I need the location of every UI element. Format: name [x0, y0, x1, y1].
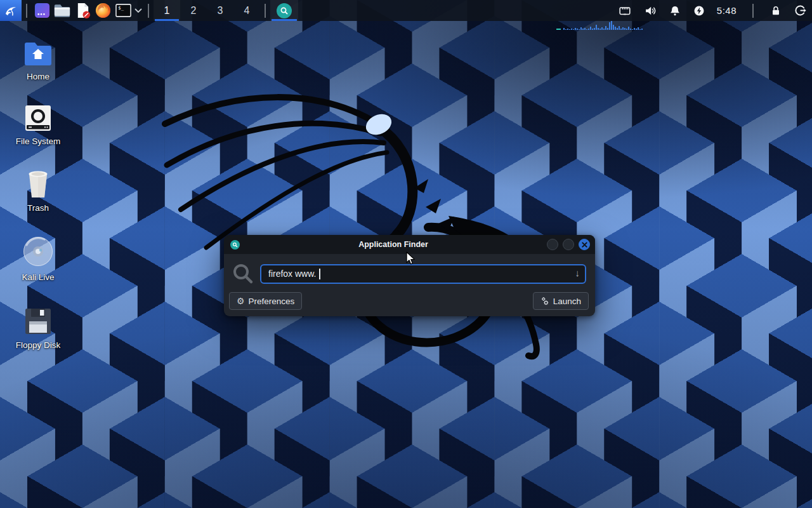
firefox-icon [95, 2, 112, 19]
desktop-icon-label: Kali Live [6, 272, 70, 282]
application-finder-task-icon [277, 3, 292, 18]
desktop-icon-label: File System [6, 137, 70, 146]
taskbar-application-finder-button[interactable] [270, 0, 298, 21]
desktop-icon-file-system[interactable]: File System [6, 99, 70, 146]
home-folder-icon [6, 34, 70, 67]
search-icon [232, 262, 254, 285]
top-panel: $_ 1 2 3 4 [0, 0, 812, 21]
launcher-firefox[interactable] [93, 0, 113, 21]
trash-bin-icon [6, 166, 70, 199]
clock[interactable]: 5:48 [717, 5, 737, 16]
close-button[interactable] [579, 239, 590, 250]
network-wired-icon[interactable] [618, 4, 632, 18]
launch-button[interactable]: Launch [533, 292, 589, 310]
kali-menu-button[interactable] [0, 0, 22, 21]
desktop-icon-label: Trash [6, 203, 70, 213]
system-tray: 5:48 [618, 4, 807, 18]
application-finder-window-icon [230, 240, 240, 250]
workspace-button-4[interactable]: 4 [233, 0, 260, 21]
kali-logo-icon [3, 3, 18, 18]
run-gears-icon [540, 297, 549, 305]
power-manager-icon[interactable] [693, 4, 705, 17]
optical-disc-icon [6, 235, 70, 268]
workspace-button-1[interactable]: 1 [154, 0, 180, 21]
desktop-icon-label: Floppy Disk [6, 340, 70, 350]
minimize-button[interactable] [547, 239, 558, 250]
window-title: Application Finder [240, 240, 547, 249]
gear-icon: ⚙ [237, 297, 245, 305]
launcher-file-manager[interactable] [52, 0, 72, 21]
application-finder-window: Application Finder ↓ ⚙ [224, 235, 595, 316]
desktop-icon-home[interactable]: Home [6, 34, 70, 81]
text-editor-icon [74, 2, 91, 19]
desktop-icon-floppy-disk[interactable]: Floppy Disk [6, 303, 70, 350]
mouse-cursor [404, 251, 417, 265]
terminal-dropdown-chevron-icon[interactable] [133, 0, 143, 21]
desktop-icon-trash[interactable]: Trash [6, 166, 70, 213]
workspace-button-3[interactable]: 3 [207, 0, 233, 21]
launcher-window-app[interactable] [32, 0, 52, 21]
desktop-icon-label: Home [6, 72, 70, 81]
close-icon [582, 242, 587, 248]
panel-separator [26, 4, 27, 18]
search-input[interactable] [260, 264, 586, 284]
launcher-terminal[interactable]: $_ [113, 0, 133, 21]
preferences-button[interactable]: ⚙ Preferences [229, 292, 302, 310]
window-app-icon [34, 2, 51, 19]
desktop-screen: $_ 1 2 3 4 [0, 0, 812, 508]
notification-bell-icon[interactable] [669, 4, 681, 17]
text-caret [319, 269, 320, 279]
panel-separator [752, 4, 754, 18]
logout-icon[interactable] [794, 4, 807, 17]
hard-drive-icon [6, 99, 70, 132]
terminal-icon: $_ [115, 3, 132, 18]
terminal-prompt-glyph: $_ [118, 5, 124, 11]
lock-screen-icon[interactable] [769, 4, 782, 17]
maximize-button[interactable] [563, 239, 574, 250]
launcher-text-editor[interactable] [72, 0, 93, 21]
panel-separator [265, 4, 266, 18]
floppy-disk-icon [6, 303, 70, 336]
volume-icon[interactable] [643, 4, 657, 18]
panel-separator [148, 4, 149, 18]
workspace-button-2[interactable]: 2 [180, 0, 207, 21]
kali-dragon-wallpaper-art [162, 64, 561, 368]
history-dropdown-arrow-icon[interactable]: ↓ [575, 267, 580, 278]
file-manager-icon [53, 3, 71, 18]
desktop-icon-kali-live[interactable]: Kali Live [6, 235, 70, 282]
